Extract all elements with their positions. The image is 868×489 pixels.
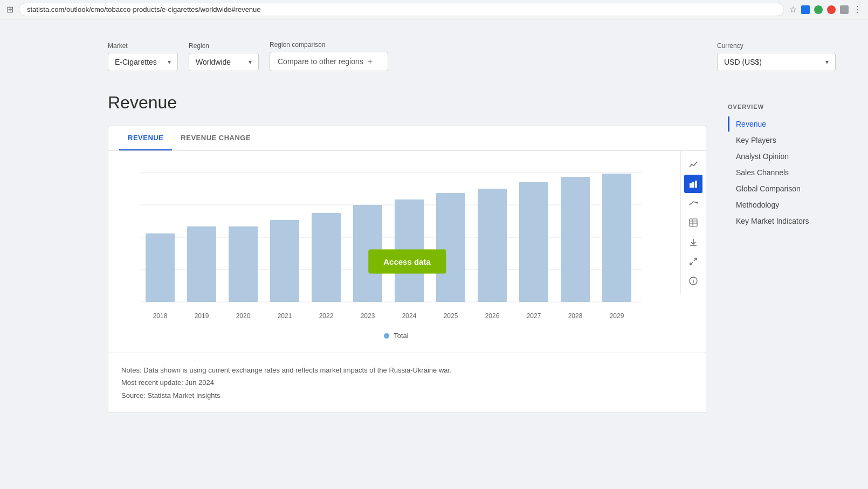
market-select[interactable]: E-Cigarettes ▾ <box>108 53 178 71</box>
svg-text:2029: 2029 <box>610 312 624 320</box>
expand-button[interactable] <box>684 252 702 271</box>
ext-icon-4 <box>840 5 849 14</box>
svg-text:2024: 2024 <box>402 312 417 320</box>
main-layout: Revenue REVENUE REVENUE CHANGE <box>108 93 836 413</box>
currency-select[interactable]: USD (US$) ▾ <box>717 53 836 71</box>
legend-dot <box>384 333 389 339</box>
browser-toolbar: ☆ ⋮ <box>789 4 862 15</box>
nav-section-title: OVERVIEW <box>728 104 836 110</box>
svg-rect-2 <box>695 181 697 188</box>
svg-rect-23 <box>312 213 341 302</box>
ext-icon-2 <box>814 5 823 14</box>
currency-filter-group: Currency USD (US$) ▾ <box>717 42 836 71</box>
svg-rect-19 <box>146 233 175 302</box>
plus-icon: + <box>368 57 373 66</box>
download-button[interactable] <box>684 233 702 251</box>
url-text: statista.com/outlook/cmo/tobacco-product… <box>27 5 261 13</box>
market-value: E-Cigarettes <box>115 58 157 66</box>
browser-chrome: ⊞ statista.com/outlook/cmo/tobacco-produ… <box>0 0 868 19</box>
sidebar-item-sales-channels[interactable]: Sales Channels <box>728 165 836 180</box>
svg-text:2026: 2026 <box>485 312 500 320</box>
chart-tabs: REVENUE REVENUE CHANGE <box>108 126 706 150</box>
access-data-button[interactable]: Access data <box>368 250 446 274</box>
star-icon[interactable]: ☆ <box>789 4 797 15</box>
tab-revenue-change[interactable]: REVENUE CHANGE <box>172 126 259 150</box>
svg-rect-28 <box>519 182 548 302</box>
menu-icon[interactable]: ⋮ <box>853 4 862 15</box>
svg-rect-22 <box>270 220 299 302</box>
svg-rect-30 <box>602 174 631 302</box>
svg-rect-21 <box>229 226 258 302</box>
svg-text:2018: 2018 <box>153 312 168 320</box>
sidebar-item-key-market-indicators[interactable]: Key Market Indicators <box>728 213 836 229</box>
svg-rect-0 <box>690 183 692 188</box>
sidebar-item-analyst-opinion[interactable]: Analyst Opinion <box>728 149 836 164</box>
sidebar-item-key-players[interactable]: Key Players <box>728 133 836 148</box>
filter-row: Market E-Cigarettes ▾ Region Worldwide ▾… <box>108 41 836 71</box>
comparison-select[interactable]: Compare to other regions + <box>270 52 388 71</box>
svg-rect-26 <box>436 193 465 302</box>
svg-text:2027: 2027 <box>527 312 541 320</box>
bar-chart-button[interactable] <box>684 175 702 193</box>
market-label: Market <box>108 42 178 50</box>
svg-text:2022: 2022 <box>319 312 334 320</box>
note-line-1: Notes: Data shown is using current excha… <box>121 364 693 376</box>
tabs-icon: ⊞ <box>6 4 13 15</box>
currency-label: Currency <box>717 42 836 50</box>
note-line-3: Source: Statista Market Insights <box>121 389 693 402</box>
sidebar-item-methodology[interactable]: Methodology <box>728 197 836 212</box>
svg-text:2028: 2028 <box>568 312 583 320</box>
comparison-filter-group: Region comparison Compare to other regio… <box>270 41 388 71</box>
svg-text:2020: 2020 <box>236 312 251 320</box>
market-chevron-icon: ▾ <box>168 58 171 66</box>
svg-rect-27 <box>478 189 507 302</box>
svg-rect-4 <box>690 219 697 226</box>
svg-rect-29 <box>561 177 590 302</box>
note-line-2: Most recent update: Jun 2024 <box>121 376 693 389</box>
chart-svg: 2018 2019 2020 2021 2022 2023 2024 2025 … <box>119 162 673 325</box>
region-filter-group: Region Worldwide ▾ <box>189 42 259 71</box>
svg-rect-20 <box>187 226 216 302</box>
line-chart-button[interactable] <box>684 155 702 174</box>
table-view-button[interactable] <box>684 213 702 232</box>
comparison-placeholder: Compare to other regions <box>278 57 363 66</box>
market-filter-group: Market E-Cigarettes ▾ <box>108 42 178 71</box>
svg-text:2023: 2023 <box>361 312 375 320</box>
chart-legend: Total <box>119 325 673 342</box>
svg-rect-1 <box>692 182 694 188</box>
page-content: Market E-Cigarettes ▾ Region Worldwide ▾… <box>0 19 868 489</box>
svg-text:i: i <box>693 278 694 284</box>
region-chevron-icon: ▾ <box>249 58 252 66</box>
chart-area: Revenue REVENUE REVENUE CHANGE <box>108 93 706 413</box>
svg-text:2019: 2019 <box>195 312 209 320</box>
ext-icon-1 <box>801 5 810 14</box>
trend-chart-button[interactable] <box>684 194 702 212</box>
comparison-label: Region comparison <box>270 41 388 49</box>
tab-revenue[interactable]: REVENUE <box>119 126 172 150</box>
info-button[interactable]: i <box>684 272 702 290</box>
svg-point-3 <box>697 202 698 204</box>
ext-icon-3 <box>827 5 836 14</box>
legend-label: Total <box>394 332 408 340</box>
region-select[interactable]: Worldwide ▾ <box>189 53 259 71</box>
chart-container: i <box>108 150 706 353</box>
notes-section: Notes: Data shown is using current excha… <box>108 353 706 413</box>
page-title: Revenue <box>108 93 706 113</box>
currency-value: USD (US$) <box>724 58 762 66</box>
currency-chevron-icon: ▾ <box>825 58 829 66</box>
sidebar-item-revenue[interactable]: Revenue <box>728 116 836 132</box>
url-bar[interactable]: statista.com/outlook/cmo/tobacco-product… <box>19 3 784 16</box>
svg-text:2021: 2021 <box>278 312 292 320</box>
sidebar-nav: OVERVIEW Revenue Key Players Analyst Opi… <box>728 93 836 413</box>
svg-text:2025: 2025 <box>444 312 458 320</box>
region-label: Region <box>189 42 259 50</box>
region-value: Worldwide <box>196 58 231 66</box>
chart-toolbar: i <box>680 151 706 294</box>
sidebar-item-global-comparison[interactable]: Global Comparison <box>728 181 836 196</box>
